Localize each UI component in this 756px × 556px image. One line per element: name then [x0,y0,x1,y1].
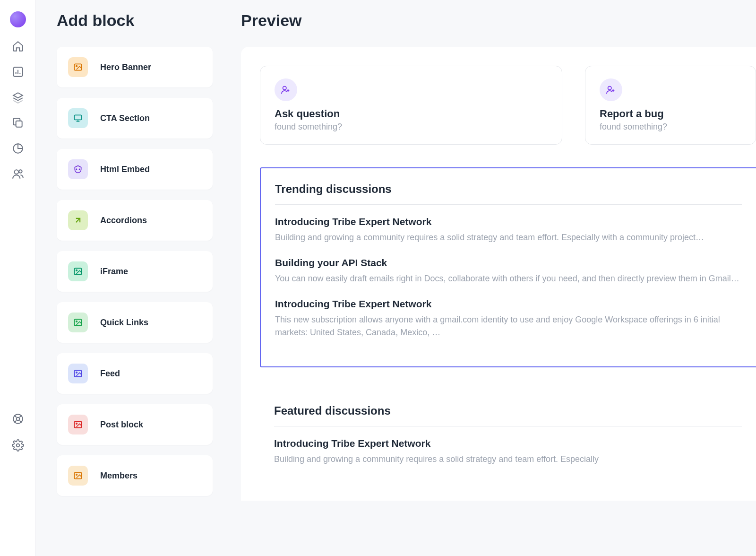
action-card-ask-question[interactable]: Ask question found something? [260,66,562,145]
add-block-panel: Add block Hero Banner CTA Section Html E… [57,11,213,556]
svg-point-3 [19,170,22,173]
block-card-quick-links[interactable]: Quick Links [57,302,213,343]
svg-point-17 [76,423,77,425]
block-card-feed[interactable]: Feed [57,353,213,394]
layers-icon[interactable] [11,91,25,104]
svg-point-21 [608,87,611,90]
nav-rail [0,0,36,556]
action-subtitle: found something? [275,122,548,132]
svg-point-11 [76,270,77,271]
svg-point-2 [14,170,18,174]
svg-point-13 [76,321,77,322]
svg-point-19 [76,474,77,476]
discussion-title: Introducing Tribe Expert Network [275,298,742,310]
svg-point-6 [16,444,19,447]
block-icon [68,261,88,281]
discussion-body: Building and growing a community require… [274,453,742,466]
block-label: Post block [100,420,143,430]
user-plus-icon [275,78,297,101]
svg-point-15 [76,372,77,374]
block-label: iFrame [100,267,128,277]
block-card-accordions[interactable]: Accordions [57,200,213,241]
block-label: Hero Banner [100,62,151,72]
user-plus-icon [600,78,622,101]
gear-icon[interactable] [11,439,25,452]
add-block-title: Add block [57,11,213,30]
action-title: Report a bug [600,108,741,120]
block-list: Hero Banner CTA Section Html Embed Accor… [57,47,213,496]
action-title: Ask question [275,108,548,120]
block-label: CTA Section [100,113,150,123]
trending-heading: Trending discussions [275,182,742,205]
svg-point-8 [76,66,77,67]
svg-point-20 [283,87,286,90]
svg-rect-9 [75,115,82,120]
block-icon [68,159,88,179]
chart-icon[interactable] [11,65,25,78]
pie-icon[interactable] [11,142,25,155]
home-icon[interactable] [11,40,25,53]
discussion-body: Building and growing a community require… [275,231,742,244]
block-icon [68,364,88,383]
action-subtitle: found something? [600,122,741,132]
featured-panel: Featured discussions Introducing Tribe E… [260,390,756,493]
featured-list: Introducing Tribe Expert Network Buildin… [274,438,742,466]
svg-point-5 [16,417,19,421]
logo-icon[interactable] [10,11,26,27]
block-icon [68,57,88,77]
action-row: Ask question found something? Report a b… [260,66,756,145]
discussion-item[interactable]: Introducing Tribe Expert Network Buildin… [275,216,742,244]
block-icon [68,108,88,128]
block-label: Members [100,471,137,481]
block-label: Accordions [100,216,147,226]
users-icon[interactable] [11,167,25,181]
block-card-post-block[interactable]: Post block [57,404,213,445]
discussion-body: You can now easily draft emails right in… [275,272,742,285]
discussion-body: This new subscription allows anyone with… [275,313,742,339]
block-icon [68,313,88,332]
block-icon [68,466,88,486]
discussion-item[interactable]: Building your API Stack You can now easi… [275,257,742,285]
copy-icon[interactable] [11,116,25,130]
svg-rect-1 [16,121,22,127]
block-label: Feed [100,369,120,379]
block-card-members[interactable]: Members [57,455,213,496]
block-card-hero-banner[interactable]: Hero Banner [57,47,213,87]
discussion-title: Building your API Stack [275,257,742,269]
block-icon [68,415,88,434]
help-icon[interactable] [11,412,25,426]
preview-panel: Preview Ask question found something? Re… [241,11,756,556]
featured-heading: Featured discussions [274,404,742,426]
discussion-item[interactable]: Introducing Tribe Expert Network This ne… [275,298,742,339]
trending-panel[interactable]: Trending discussions Introducing Tribe E… [260,167,756,367]
block-icon [68,210,88,230]
block-card-iframe[interactable]: iFrame [57,251,213,292]
action-card-report-bug[interactable]: Report a bug found something? [585,66,756,145]
preview-title: Preview [241,11,756,30]
block-card-html-embed[interactable]: Html Embed [57,149,213,190]
block-card-cta-section[interactable]: CTA Section [57,98,213,139]
trending-list: Introducing Tribe Expert Network Buildin… [275,216,742,339]
main: Add block Hero Banner CTA Section Html E… [36,0,756,556]
discussion-title: Introducing Tribe Expert Network [275,216,742,227]
discussion-item[interactable]: Introducing Tribe Expert Network Buildin… [274,438,742,466]
block-label: Html Embed [100,165,150,174]
discussion-title: Introducing Tribe Expert Network [274,438,742,449]
block-label: Quick Links [100,318,148,328]
